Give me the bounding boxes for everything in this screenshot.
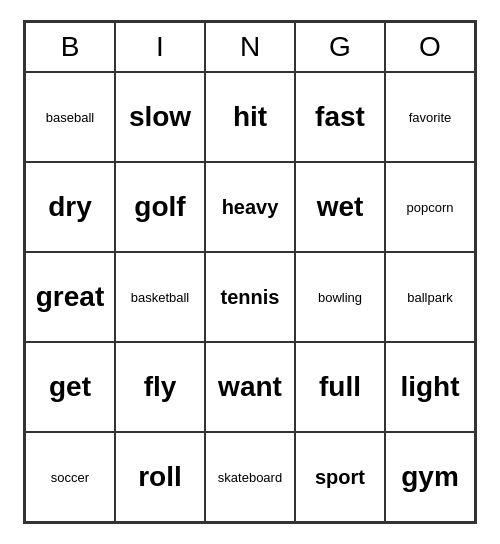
header-cell-b: B [25,22,115,72]
cell-r3-c2: want [205,342,295,432]
cell-text-r0-c1: slow [129,101,191,133]
cell-r3-c3: full [295,342,385,432]
cell-text-r0-c3: fast [315,101,365,133]
cell-text-r1-c0: dry [48,191,92,223]
cell-r0-c1: slow [115,72,205,162]
cell-r4-c3: sport [295,432,385,522]
cell-text-r2-c2: tennis [221,286,280,309]
cell-r3-c0: get [25,342,115,432]
bingo-card: BINGO baseballslowhitfastfavoritedrygolf… [23,20,477,524]
cell-r4-c4: gym [385,432,475,522]
cell-text-r4-c0: soccer [51,470,89,485]
cell-text-r2-c1: basketball [131,290,190,305]
cell-r1-c0: dry [25,162,115,252]
bingo-header: BINGO [25,22,475,72]
cell-r1-c3: wet [295,162,385,252]
cell-text-r1-c1: golf [134,191,185,223]
cell-r0-c0: baseball [25,72,115,162]
cell-text-r4-c4: gym [401,461,459,493]
cell-text-r0-c0: baseball [46,110,94,125]
cell-text-r3-c1: fly [144,371,177,403]
cell-r0-c3: fast [295,72,385,162]
cell-text-r2-c4: ballpark [407,290,453,305]
cell-text-r1-c3: wet [317,191,364,223]
cell-r2-c2: tennis [205,252,295,342]
header-cell-n: N [205,22,295,72]
cell-text-r2-c3: bowling [318,290,362,305]
cell-text-r0-c4: favorite [409,110,452,125]
cell-text-r3-c2: want [218,371,282,403]
header-cell-i: I [115,22,205,72]
cell-text-r4-c2: skateboard [218,470,282,485]
cell-r0-c2: hit [205,72,295,162]
cell-r4-c0: soccer [25,432,115,522]
cell-r4-c2: skateboard [205,432,295,522]
cell-r2-c4: ballpark [385,252,475,342]
cell-r1-c1: golf [115,162,205,252]
bingo-grid: baseballslowhitfastfavoritedrygolfheavyw… [25,72,475,522]
cell-r2-c0: great [25,252,115,342]
cell-r3-c4: light [385,342,475,432]
cell-r2-c1: basketball [115,252,205,342]
cell-text-r1-c4: popcorn [407,200,454,215]
cell-text-r4-c3: sport [315,466,365,489]
cell-text-r4-c1: roll [138,461,182,493]
cell-r3-c1: fly [115,342,205,432]
cell-text-r3-c4: light [400,371,459,403]
cell-text-r2-c0: great [36,281,104,313]
cell-text-r3-c3: full [319,371,361,403]
header-cell-o: O [385,22,475,72]
cell-text-r3-c0: get [49,371,91,403]
header-cell-g: G [295,22,385,72]
cell-r0-c4: favorite [385,72,475,162]
cell-text-r1-c2: heavy [222,196,279,219]
cell-r1-c2: heavy [205,162,295,252]
cell-r4-c1: roll [115,432,205,522]
cell-r1-c4: popcorn [385,162,475,252]
cell-text-r0-c2: hit [233,101,267,133]
cell-r2-c3: bowling [295,252,385,342]
